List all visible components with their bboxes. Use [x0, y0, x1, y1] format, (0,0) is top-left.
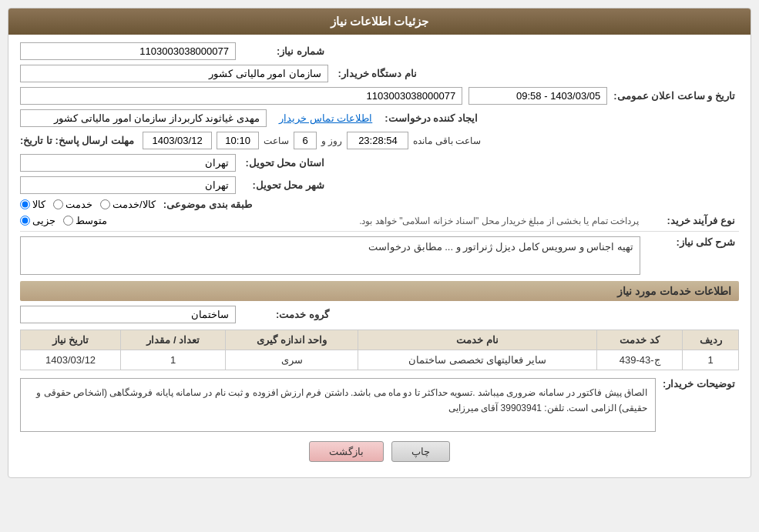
- reply-deadline-label: مهلت ارسال پاسخ: تا تاریخ:: [20, 135, 138, 146]
- purchase-type-label: نوع فرآیند خرید:: [646, 215, 739, 226]
- services-table-container: ردیف کد خدمت نام خدمت واحد اندازه گیری ت…: [20, 330, 739, 370]
- col-row-num: ردیف: [683, 330, 739, 350]
- days-value: 6: [294, 132, 317, 149]
- action-buttons: چاپ بازگشت: [20, 441, 739, 462]
- col-service-name: نام خدمت: [358, 330, 596, 350]
- col-quantity: تعداد / مقدار: [121, 330, 226, 350]
- need-number-value: 1103003038000077: [20, 42, 236, 60]
- city-value: تهران: [20, 176, 236, 194]
- service-group-label: گروه خدمت:: [240, 309, 333, 320]
- need-number-label: شماره نیاز:: [236, 45, 328, 57]
- need-number-secondary: 1103003038000077: [20, 87, 462, 105]
- col-date: تاریخ نیاز: [21, 330, 121, 350]
- buyer-notes-value: الصاق پیش فاکتور در سامانه ضروری میباشد …: [20, 378, 656, 432]
- creator-label: ایجاد کننده درخواست:: [385, 112, 482, 124]
- announcement-datetime-value: 1403/03/05 - 09:58: [468, 87, 607, 105]
- category-label: طبقه بندی موضوعی:: [163, 199, 257, 210]
- remaining-value: 23:28:54: [347, 132, 408, 149]
- cell-quantity: 1: [121, 350, 226, 370]
- purchase-type-radio-group: متوسط جزیی: [20, 215, 107, 226]
- services-section-header: اطلاعات خدمات مورد نیاز: [20, 281, 739, 301]
- cell-service-name: سایر فعالیتهای تخصصی ساختمان: [358, 350, 596, 370]
- purchase-type-option-2[interactable]: متوسط: [63, 215, 107, 226]
- col-unit: واحد اندازه گیری: [226, 330, 358, 350]
- col-service-code: کد خدمت: [597, 330, 683, 350]
- print-button[interactable]: چاپ: [391, 441, 450, 462]
- cell-unit: سری: [226, 350, 358, 370]
- cell-date: 1403/03/12: [21, 350, 121, 370]
- creator-value: مهدی غیاثوند کاربرداز سازمان امور مالیات…: [20, 109, 267, 127]
- city-label: شهر محل تحویل:: [236, 179, 328, 191]
- buyer-notes-label: توضیحات خریدار:: [662, 378, 739, 390]
- contact-link[interactable]: اطلاعات تماس خریدار: [279, 112, 372, 124]
- description-label: شرح کلی نیاز:: [646, 236, 739, 248]
- cell-service-code: ج-43-439: [597, 350, 683, 370]
- services-table: ردیف کد خدمت نام خدمت واحد اندازه گیری ت…: [20, 330, 739, 370]
- purchase-type-note: پرداخت تمام یا بخشی از مبلغ خریدار محل "…: [115, 216, 639, 226]
- days-label: روز و: [321, 136, 342, 146]
- announcement-label: تاریخ و ساعت اعلان عمومی:: [613, 90, 739, 102]
- category-option-1[interactable]: کالا: [20, 199, 45, 210]
- page-title: جزئیات اطلاعات نیاز: [8, 8, 751, 35]
- reply-date-value: 1403/03/12: [143, 132, 212, 149]
- province-label: استان محل تحویل:: [236, 157, 328, 169]
- back-button[interactable]: بازگشت: [309, 441, 384, 462]
- time-value: 10:10: [217, 132, 259, 149]
- table-row: 1 ج-43-439 سایر فعالیتهای تخصصی ساختمان …: [21, 350, 739, 370]
- service-group-value: ساختمان: [20, 306, 236, 323]
- description-value: تهیه اجناس و سرویس کامل دیزل ژنراتور و .…: [20, 236, 640, 275]
- category-option-3[interactable]: کالا/خدمت: [100, 199, 156, 210]
- category-option-2[interactable]: خدمت: [53, 199, 92, 210]
- cell-row-num: 1: [683, 350, 739, 370]
- buyer-org-label: نام دستگاه خریدار:: [328, 68, 421, 79]
- category-radio-group: کالا/خدمت خدمت کالا: [20, 199, 156, 210]
- remaining-label: ساعت باقی مانده: [413, 136, 481, 146]
- time-label: ساعت: [264, 136, 289, 146]
- province-value: تهران: [20, 154, 236, 172]
- purchase-type-option-1[interactable]: جزیی: [20, 215, 55, 226]
- buyer-org-value: سازمان امور مالیاتی کشور: [20, 65, 328, 82]
